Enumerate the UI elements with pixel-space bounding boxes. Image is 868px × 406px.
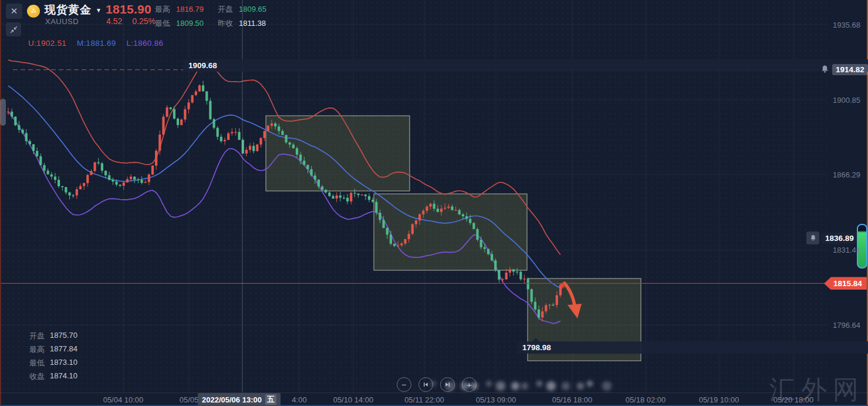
watermark-dot: [496, 381, 505, 391]
price-alert-2[interactable]: 1836.89: [806, 231, 858, 244]
x-axis-label: 05/05: [180, 395, 199, 404]
candle-body: [234, 132, 237, 133]
ohlc-high-label: 最高: [28, 344, 45, 355]
watermark-dot: [577, 382, 584, 390]
candle-body: [86, 175, 89, 183]
bell-icon: [809, 234, 818, 243]
ohlc-low-value: 1873.10: [50, 358, 77, 368]
candle-body: [36, 151, 38, 156]
zoom-out-button[interactable]: −: [397, 377, 411, 392]
candle-body: [123, 182, 125, 186]
candle-body: [480, 240, 482, 247]
candle-body: [264, 131, 266, 138]
prev-close-label: 昨收: [218, 18, 233, 29]
candle-body: [259, 138, 262, 145]
candle-body: [411, 224, 414, 234]
low-value: 1809.50: [176, 19, 204, 28]
y-axis-label: 1831.41: [833, 246, 860, 254]
candle-body: [76, 189, 78, 195]
watermark-dot: [486, 381, 492, 387]
boll-upper-value: U:1902.51: [28, 39, 66, 48]
x-axis-separator: [0, 392, 868, 393]
candle-body: [368, 196, 370, 200]
price-alert-1[interactable]: 1914.82: [819, 64, 868, 75]
y-axis-label: 1866.29: [833, 170, 860, 179]
current-price-tag: 1815.84: [824, 277, 867, 290]
candle-body: [137, 180, 139, 180]
candle-body: [491, 254, 493, 260]
candle-body: [274, 123, 276, 126]
candle-body: [386, 228, 389, 235]
candle-body: [162, 117, 164, 135]
candle-body: [523, 279, 525, 279]
candle-body: [108, 175, 110, 180]
watermark-dot: [445, 381, 455, 391]
candle-body: [505, 273, 508, 279]
candle-body: [97, 162, 100, 163]
x-axis-label: 05/11 22:00: [404, 395, 444, 404]
candle-body: [155, 151, 157, 166]
candle-body: [314, 176, 316, 180]
candle-body: [465, 216, 468, 219]
candle-body: [484, 247, 486, 249]
site-watermark: 汇外网: [769, 373, 864, 406]
candle-body: [285, 135, 287, 143]
candle-body: [545, 305, 547, 311]
candle-body: [72, 195, 75, 196]
x-axis-label: 05/16 18:00: [552, 395, 593, 404]
candle-body: [306, 165, 309, 169]
bollinger-readout: U:1902.51 M:1881.69 L:1860.86: [28, 39, 163, 48]
ohlc-high-value: 1877.84: [50, 344, 77, 355]
open-label: 开盘: [218, 4, 233, 15]
candle-body: [32, 145, 35, 151]
candle-body: [469, 219, 471, 223]
instrument-logo-icon: [27, 5, 40, 18]
candle-body: [397, 245, 399, 246]
candle-body: [519, 272, 522, 280]
crosshair-date-tooltip: 2022/05/06 13:00 五: [198, 393, 281, 406]
left-edge-handle[interactable]: [0, 99, 6, 126]
candle-body: [126, 179, 129, 183]
candle-body: [339, 196, 342, 198]
x-axis-label: 4:00: [292, 395, 306, 404]
candle-body: [148, 175, 150, 182]
candle-body: [371, 200, 374, 202]
candle-body: [144, 182, 147, 183]
candle-body: [104, 171, 107, 176]
highlight-box: [374, 194, 527, 270]
candle-body: [65, 187, 67, 192]
symbol-selector[interactable]: 现货黄金 ▼: [45, 2, 102, 18]
candle-body: [54, 177, 56, 180]
candle-body: [556, 296, 558, 306]
candle-body: [47, 170, 49, 174]
candle-body: [462, 214, 464, 216]
watermark-dot: [602, 381, 612, 391]
left-edge-border: [0, 0, 1, 406]
candle-body: [50, 175, 53, 177]
watermark-dot: [562, 382, 570, 390]
candle-body: [364, 194, 367, 196]
candle-body: [224, 140, 226, 141]
close-button[interactable]: ✕: [6, 4, 22, 19]
candle-body: [357, 193, 359, 194]
high-price-marker-value: 1909.68: [188, 61, 217, 70]
candle-body: [14, 116, 16, 125]
collapse-button[interactable]: [6, 22, 21, 36]
ohlc-open-label: 开盘: [28, 331, 45, 341]
candle-body: [336, 196, 338, 199]
boll-middle-value: M:1881.69: [77, 39, 116, 48]
candle-body: [527, 279, 529, 289]
low-price-marker: 1798.98: [517, 341, 868, 354]
candle-body: [422, 211, 424, 214]
candle-body: [429, 204, 431, 207]
watermark-dot: [587, 381, 593, 387]
candle-body: [180, 120, 183, 125]
candle-body: [25, 133, 28, 141]
candle-body: [310, 169, 313, 176]
candle-body: [133, 177, 136, 180]
candle-body: [115, 182, 117, 184]
candle-body: [238, 132, 241, 140]
bell-button[interactable]: [806, 231, 819, 244]
candle-body: [130, 177, 132, 179]
watermark-dot: [546, 381, 556, 391]
